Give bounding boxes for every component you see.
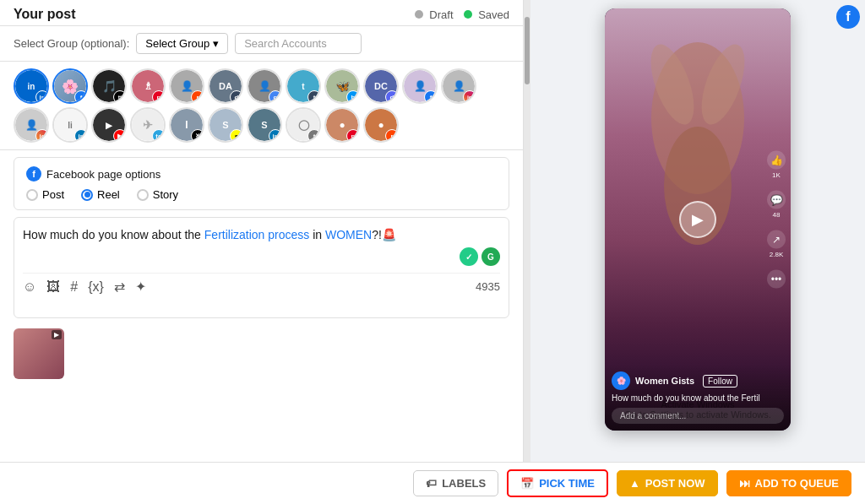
tt-badge: tt <box>113 90 127 104</box>
preview-comment-action[interactable]: 💬 48 <box>767 191 786 219</box>
li2-badge: in <box>74 129 88 143</box>
page-title: Your post <box>14 7 75 22</box>
account-avatar-google[interactable]: 👤 g <box>247 68 282 104</box>
dropdown-label: Select Group <box>145 37 209 50</box>
go-badge: g <box>269 90 282 104</box>
radio-post[interactable]: Post <box>26 188 64 201</box>
post-header: Your post Draft Saved <box>0 0 523 26</box>
preview-follow-button[interactable]: Follow <box>703 375 737 387</box>
radio-story-circle <box>137 189 149 201</box>
fb-options-title: Facebook page options <box>46 168 160 181</box>
post-text-content: How much do you know about the Fertiliza… <box>23 226 500 244</box>
account-avatar-li2[interactable]: li in <box>52 107 88 143</box>
account-avatar-pi2[interactable]: ● p <box>324 107 360 143</box>
post-now-icon: ▲ <box>629 477 640 490</box>
radio-group: Post Reel Story <box>26 188 497 201</box>
tg-badge: tg <box>152 129 166 143</box>
fb-options-header: f Facebook page options <box>26 166 497 182</box>
radio-story[interactable]: Story <box>137 188 178 201</box>
image-icon[interactable]: 🖼 <box>46 279 60 295</box>
preview-user-avatar: 🌸 <box>612 371 630 390</box>
account-avatar-sm[interactable]: S in <box>247 107 282 143</box>
preview-share-action[interactable]: ↗ 2.8K <box>767 230 786 258</box>
account-avatar-tiktok[interactable]: 🎵 tt <box>91 68 127 104</box>
preview-right-actions: 👍 1K 💬 48 ↗ 2.8K ••• <box>767 151 786 289</box>
like-icon: 👍 <box>767 151 786 170</box>
scroll-thumb[interactable] <box>525 17 530 84</box>
sc-badge: s <box>230 129 243 143</box>
account-avatar-reddit[interactable]: 👤 r <box>169 68 204 104</box>
account-avatar-butterfly[interactable]: 🦋 b <box>324 68 360 104</box>
queue-icon: ⏭ <box>739 477 750 490</box>
magic-icon[interactable]: ✦ <box>135 279 146 295</box>
tw-badge: ✕ <box>191 129 204 143</box>
accounts-row: in in 🌸 f 🎵 tt ♗ p 👤 r DA d <box>0 62 523 150</box>
dc-badge: d <box>385 90 399 104</box>
search-accounts-input[interactable]: Search Accounts <box>235 33 362 54</box>
like-count: 1K <box>772 171 781 179</box>
account-avatar-ig2[interactable]: 👤 ig <box>14 107 49 143</box>
account-avatar-rd2[interactable]: ● r <box>363 107 399 143</box>
select-group-row: Select Group (optional): Select Group ▾ … <box>0 26 523 62</box>
account-avatar-ig[interactable]: 👤 ig <box>441 68 476 104</box>
preview-play-button[interactable]: ▶ <box>679 201 716 238</box>
account-avatar-telegram[interactable]: ✈ tg <box>130 107 166 143</box>
select-group-dropdown[interactable]: Select Group ▾ <box>136 33 228 54</box>
post-now-button[interactable]: ▲ POST NOW <box>617 470 718 496</box>
select-group-label: Select Group (optional): <box>14 37 129 50</box>
translate-icon[interactable]: ⇄ <box>114 279 125 295</box>
ai-icon-g2[interactable]: G <box>481 247 500 266</box>
labels-button[interactable]: 🏷 LABELS <box>413 470 498 496</box>
pick-time-button[interactable]: 📅 PICK TIME <box>507 469 608 497</box>
account-avatar-te[interactable]: ◯ t <box>286 107 321 143</box>
thumbnail-box[interactable]: ▶ <box>14 328 64 379</box>
hashtag-icon[interactable]: # <box>70 279 78 295</box>
radio-reel-inner <box>84 192 90 198</box>
sm-badge: in <box>269 129 282 143</box>
post-text-area[interactable]: How much do you know about the Fertiliza… <box>14 217 509 318</box>
add-to-queue-button[interactable]: ⏭ ADD TO QUEUE <box>726 470 851 496</box>
account-avatar-youtube[interactable]: ▶ ▶ <box>91 107 127 143</box>
ig2-badge: ig <box>35 129 49 143</box>
preview-more-action[interactable]: ••• <box>767 270 786 289</box>
preview-user-row: 🌸 Women Gists Follow <box>612 371 784 390</box>
account-avatar-twitter[interactable]: I ✕ <box>169 107 204 143</box>
radio-story-label: Story <box>153 188 178 201</box>
bottom-toolbar: 🏷 LABELS 📅 PICK TIME ▲ POST NOW ⏭ ADD TO… <box>0 462 865 504</box>
share-icon: ↗ <box>767 230 786 249</box>
rd-badge: r <box>191 90 204 104</box>
radio-reel[interactable]: Reel <box>81 188 120 201</box>
radio-reel-label: Reel <box>97 188 120 201</box>
account-avatar-snapchat[interactable]: S s <box>208 107 243 143</box>
variable-icon[interactable]: {x} <box>88 279 104 295</box>
account-avatar-pinterest[interactable]: ♗ p <box>130 68 166 104</box>
radio-reel-circle <box>81 189 93 201</box>
draft-dot <box>415 10 423 19</box>
fb-badge: f <box>74 90 88 104</box>
fb2-badge: f <box>424 90 438 104</box>
preview-bottom-bar: 🌸 Women Gists Follow How much do you kno… <box>605 365 791 431</box>
preview-like-action[interactable]: 👍 1K <box>767 151 786 179</box>
ai-icon-green[interactable]: ✓ <box>460 247 478 266</box>
account-avatar-fb2[interactable]: 👤 f <box>402 68 438 104</box>
scroll-divider <box>524 0 530 462</box>
saved-status: Saved <box>464 8 510 21</box>
saved-dot <box>464 10 472 19</box>
account-avatar-tumblr[interactable]: t t <box>286 68 321 104</box>
emoji-icon[interactable]: ☺ <box>23 279 36 295</box>
da-badge: d <box>230 90 243 104</box>
account-avatar-dc[interactable]: DC d <box>363 68 399 104</box>
ai-icons-row: ✓ G <box>23 247 500 266</box>
share-count: 2.8K <box>770 251 783 258</box>
calendar-icon: 📅 <box>520 477 534 490</box>
radio-post-label: Post <box>42 188 64 201</box>
te-badge: t <box>307 129 321 143</box>
char-count: 4935 <box>476 280 500 293</box>
chevron-down-icon: ▾ <box>213 37 219 50</box>
pi2-badge: p <box>346 129 360 143</box>
account-avatar-da[interactable]: DA d <box>208 68 243 104</box>
rd2-badge: r <box>385 129 399 143</box>
ig-badge: ig <box>463 90 476 104</box>
account-avatar-linkedin[interactable]: in in <box>14 68 49 104</box>
account-avatar-fb-flower[interactable]: 🌸 f <box>52 68 88 104</box>
